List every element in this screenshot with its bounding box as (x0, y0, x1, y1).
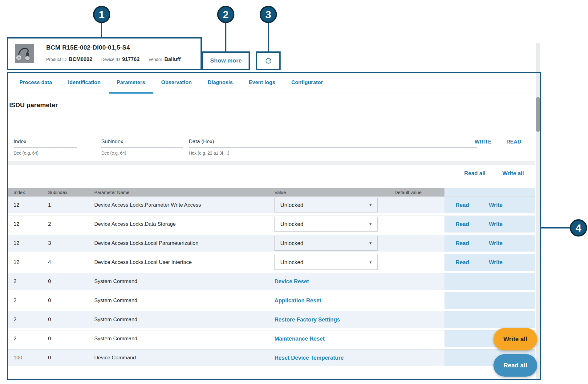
cell-index: 2 (8, 278, 48, 285)
cell-value: Device Reset (274, 278, 395, 285)
callout-stem-1 (101, 22, 102, 38)
show-more-button[interactable]: Show more (203, 51, 249, 70)
row-write-button[interactable]: Write (489, 202, 503, 208)
cell-parameter-name: Device Access Locks.Parameter Write Acce… (94, 202, 274, 208)
tab-diagnosis[interactable]: Diagnosis (200, 73, 241, 94)
cell-index: 12 (8, 259, 48, 265)
cell-value: Unlocked▼ (274, 198, 395, 212)
vendor-label: Vendor (148, 57, 162, 62)
value-dropdown-text: Unlocked (280, 259, 303, 266)
callout-badge-3: 3 (260, 6, 277, 23)
row-read-button[interactable]: Read (456, 259, 469, 266)
cell-subindex: 2 (48, 221, 94, 227)
field-hint: Dec (e.g. 64) (14, 151, 77, 156)
callout-badge-4: 4 (570, 219, 587, 236)
field-hint: Dec (e.g. 64) (101, 151, 183, 156)
cell-index: 12 (8, 202, 48, 208)
cell-subindex: 0 (48, 336, 94, 342)
row-read-button[interactable]: Read (456, 240, 469, 247)
write-button[interactable]: WRITE (475, 139, 492, 145)
cell-value: Application Reset (274, 297, 395, 304)
value-dropdown[interactable]: Unlocked▼ (274, 236, 378, 251)
isdu-parameter-heading: ISDU parameter (9, 101, 58, 109)
cell-parameter-name: System Command (94, 278, 274, 285)
write-all-fab[interactable]: Write all (493, 328, 537, 350)
table-row: 20System CommandRestore Factory Settings (8, 311, 535, 328)
callout-badge-2: 2 (217, 6, 234, 23)
tab-process-data[interactable]: Process data (11, 73, 60, 94)
write-all-link[interactable]: Write all (502, 170, 524, 177)
cell-subindex: 0 (48, 317, 94, 323)
device-title: BCM R15E-002-DI00-01,5-S4 (46, 44, 189, 51)
cell-index: 2 (8, 336, 48, 342)
scrollbar-track[interactable] (536, 43, 540, 380)
cell-subindex: 0 (48, 297, 94, 304)
command-link[interactable]: Device Reset (274, 278, 395, 285)
field-label: Subindex (101, 138, 183, 148)
cell-index: 100 (8, 355, 48, 361)
read-button[interactable]: READ (506, 139, 521, 145)
meta-divider (97, 55, 97, 63)
table-row: 121Device Access Locks.Parameter Write A… (8, 196, 535, 213)
cell-parameter-name: Device Access Locks.Local User Interface (94, 259, 274, 265)
read-all-fab[interactable]: Read all (493, 354, 537, 377)
row-write-button[interactable]: Write (489, 221, 503, 228)
field-input[interactable] (189, 148, 477, 148)
row-read-button[interactable]: Read (456, 202, 469, 208)
isdu-field-index: IndexDec (e.g. 64) (14, 138, 77, 156)
cell-value: Maintenance Reset (274, 336, 395, 342)
refresh-icon (264, 57, 273, 65)
tab-parameters[interactable]: Parameters (109, 73, 153, 94)
table-row: 20System CommandDevice Reset (8, 273, 535, 290)
cell-index: 12 (8, 240, 48, 246)
value-dropdown[interactable]: Unlocked▼ (274, 255, 378, 270)
command-link[interactable]: Maintenance Reset (274, 336, 395, 342)
cell-actions (444, 273, 535, 290)
value-dropdown[interactable]: Unlocked▼ (274, 198, 378, 212)
cell-parameter-name: System Command (94, 317, 274, 323)
field-input[interactable] (14, 148, 77, 148)
read-all-link[interactable]: Read all (464, 170, 485, 177)
table-row: 20System CommandMaintenance Reset (8, 330, 535, 347)
cell-actions (444, 311, 535, 328)
column-header-default-value: Default value (395, 190, 444, 195)
value-dropdown[interactable]: Unlocked▼ (274, 217, 378, 232)
tab-observation[interactable]: Observation (153, 73, 200, 94)
command-link[interactable]: Application Reset (274, 297, 395, 304)
command-link[interactable]: Restore Factory Settings (274, 317, 395, 323)
tab-bar: Process dataIdentificationParametersObse… (8, 73, 540, 94)
device-id-label: Device ID (101, 57, 120, 62)
device-header-card: BCM R15E-002-DI00-01,5-S4 Product ID BCM… (7, 37, 202, 70)
chevron-down-icon: ▼ (369, 241, 372, 245)
cell-subindex: 1 (48, 202, 94, 208)
row-read-button[interactable]: Read (456, 221, 469, 228)
cell-parameter-name: Device Access Locks.Data Storage (94, 221, 274, 227)
isdu-field-data-hex-: Data (Hex)Hex (e.g. 22 a1 3f ...) (189, 138, 477, 156)
command-link[interactable]: Reset Device Temperature (274, 355, 395, 361)
field-label: Data (Hex) (189, 138, 477, 148)
scrollbar-thumb[interactable] (536, 97, 540, 132)
cell-actions: ReadWrite (444, 197, 535, 213)
row-write-button[interactable]: Write (489, 240, 503, 247)
refresh-button[interactable] (257, 51, 279, 70)
product-id-label: Product ID (46, 57, 67, 62)
callout-stem-2 (225, 22, 226, 52)
device-meta-row: Product ID BCM0002 Device ID 917762 Vend… (46, 55, 189, 63)
table-row: 1000Device CommandReset Device Temperatu… (8, 349, 535, 366)
tab-identification[interactable]: Identification (60, 73, 109, 94)
callout-stem-4 (541, 227, 570, 228)
cell-actions: ReadWrite (444, 235, 535, 252)
row-write-button[interactable]: Write (489, 259, 503, 266)
isdu-field-subindex: SubindexDec (e.g. 64) (101, 138, 183, 156)
tab-event-logs[interactable]: Event logs (241, 73, 283, 94)
tab-configurator[interactable]: Configurator (283, 73, 331, 94)
table-row: 20System CommandApplication Reset (8, 292, 535, 309)
column-header-value: Value (274, 190, 395, 195)
field-input[interactable] (101, 148, 183, 148)
cell-subindex: 4 (48, 259, 94, 265)
chevron-down-icon: ▼ (369, 260, 372, 265)
table-row: 122Device Access Locks.Data StorageUnloc… (8, 216, 535, 232)
column-header-actions (444, 188, 535, 196)
cell-index: 2 (8, 317, 48, 323)
column-header-subindex: Subindex (48, 190, 94, 195)
